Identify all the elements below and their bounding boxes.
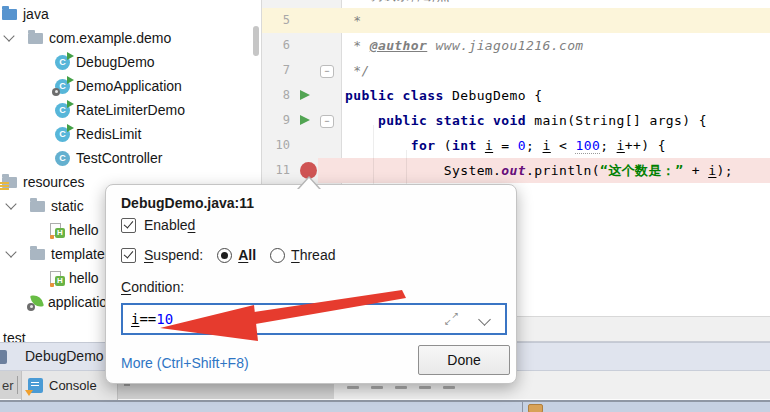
code-line[interactable]: 8public class DebugDemo { [262,83,770,108]
code-segment: www.jiagou1216.com [427,38,583,53]
class-springboot-icon [55,79,70,94]
code-segment: i [485,138,493,153]
toolbar-button-icon[interactable] [371,386,383,389]
tree-item-label: RedisLimit [76,126,141,142]
suspend-row: Suspend: All Thread [121,247,335,263]
toolbar-button-icon[interactable] [443,386,455,389]
tab-debugger-partial[interactable]: er [2,378,14,393]
code-segment: “这个数是：” [600,163,683,178]
done-button[interactable]: Done [418,345,510,375]
code-segment: ( [444,138,452,153]
fold-icon[interactable]: − [320,65,334,78]
tree-item-label: resources [23,174,84,190]
code-lines: 4 * 调试条件断点5 *6 * @author www.jiagou1216.… [262,0,770,183]
code-line[interactable]: 11 System.out.println(“这个数是：” + i); [262,158,770,183]
enabled-checkbox[interactable] [121,218,136,233]
code-text: */ [341,58,770,83]
tree-item-label: com.example.demo [49,30,171,46]
toolbar-button-icon[interactable] [347,386,359,389]
debug-session-tab[interactable]: DebugDemo [25,348,104,364]
condition-input[interactable]: i==10 ↗↙ [121,303,507,335]
tree-item-demoapplication[interactable]: DemoApplication [55,74,182,98]
tree-item-package[interactable]: com.example.demo [4,26,171,50]
tree-item-label: java [23,6,49,22]
tab-console-label: Console [49,378,97,393]
code-segment: main(String[] args) { [534,113,707,128]
suspend-all-label[interactable]: All [238,247,256,263]
spring-config-icon [28,295,43,310]
code-segment: ; [600,138,616,153]
code-line[interactable]: 7− */ [262,58,770,83]
variables-pane-icon[interactable] [528,404,543,412]
line-number: 8 [262,83,296,108]
tree-item-label: TestController [76,150,162,166]
tree-item-label: templates [51,246,112,262]
code-text: * [341,8,770,33]
history-chevron-icon[interactable] [478,313,491,326]
line-number: 7 [262,58,296,83]
code-segment: = [493,138,518,153]
suspend-thread-radio[interactable] [270,248,285,263]
tree-item-ratelimiterdemo[interactable]: RateLimiterDemo [55,98,185,122]
resources-folder-icon [2,177,17,188]
enabled-checkbox-row[interactable]: Enabled [121,217,195,233]
line-number: 10 [262,133,296,158]
tree-item-label: DemoApplication [76,78,182,94]
source-folder-icon [2,9,17,20]
code-segment: < [551,138,576,153]
chevron-down-icon[interactable] [4,36,28,40]
code-segment: * [345,13,361,28]
tree-item-label: DebugDemo [76,54,155,70]
code-text: * @author www.jiagou1216.com [341,33,770,58]
code-line[interactable]: 4 * 调试条件断点 [262,0,770,8]
tree-item-templates[interactable]: templates [6,242,112,266]
line-number: 5 [262,8,296,33]
code-line[interactable]: 9− public static void main(String[] args… [262,108,770,133]
line-number: 9 [262,108,296,133]
more-link[interactable]: More (Ctrl+Shift+F8) [121,355,249,371]
tree-item-resources[interactable]: resources [2,170,84,194]
code-segment: * 调试条件断点 [345,0,450,3]
tree-item-hello-templates[interactable]: hello [50,266,99,290]
tree-item-redislimit[interactable]: RedisLimit [55,122,141,146]
tab-options-icon[interactable] [124,384,130,386]
class-runnable-icon [55,55,70,70]
suspend-all-radio[interactable] [217,248,232,263]
toolbar-button-icon[interactable] [419,386,431,389]
tree-item-testcontroller[interactable]: TestController [55,146,162,170]
tree-item-application[interactable]: application [28,290,115,314]
tree-item-java[interactable]: java [2,2,49,26]
tree-item-hello-static[interactable]: hello [50,218,99,242]
chevron-down-icon[interactable] [6,204,30,208]
run-icon[interactable] [300,115,310,125]
condition-expression: i==10 [131,311,173,327]
code-segment: */ [345,63,370,78]
expand-field-icon[interactable]: ↗↙ [444,311,459,326]
tree-item-debugdemo[interactable]: DebugDemo [55,50,155,74]
code-segment: + [684,163,709,178]
line-number: 11 [262,158,296,183]
console-icon [28,378,43,393]
code-text: * 调试条件断点 [341,0,770,8]
class-runnable-icon [55,103,70,118]
folder-icon [30,249,45,260]
toolbar-button-icon[interactable] [395,386,407,389]
tab-console[interactable]: Console [21,371,118,400]
chevron-down-icon[interactable] [6,252,30,256]
tree-scrollbar-thumb[interactable] [253,26,259,56]
suspend-thread-label[interactable]: Thread [291,247,335,263]
package-folder-icon [28,33,43,44]
code-line[interactable]: 5 * [262,8,770,33]
tree-item-static[interactable]: static [6,194,84,218]
code-line[interactable]: 10 for (int i = 0; i < 100; i++) { [262,133,770,158]
suspend-checkbox[interactable] [121,248,136,263]
run-icon[interactable] [300,90,310,100]
tree-item-label: hello [69,270,99,286]
fold-icon[interactable]: − [320,115,334,128]
code-segment: ++) { [625,138,666,153]
code-line[interactable]: 6 * @author www.jiagou1216.com [262,33,770,58]
dialog-title: DebugDemo.java:11 [121,195,254,211]
code-text: public class DebugDemo { [341,83,770,108]
code-segment: DebugDemo { [452,88,543,103]
suspend-label: Suspend: [144,247,203,263]
